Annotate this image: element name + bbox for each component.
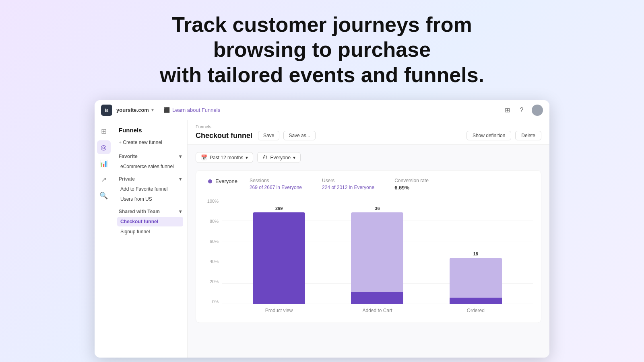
- chart-container: Everyone Sessions 269 of 2667 in Everyon…: [196, 170, 541, 323]
- chevron-down-icon: ▾: [151, 107, 154, 113]
- delete-button[interactable]: Delete: [515, 131, 541, 140]
- users-value: 224 of 2012 in Everyone: [322, 185, 374, 190]
- external-link-icon: ⬛: [163, 107, 170, 113]
- bar-cart: [351, 212, 403, 304]
- top-bar-right: ⊞ ?: [503, 105, 543, 116]
- top-bar: ls yoursite.com ▾ ⬛ Learn about Funnels …: [95, 100, 549, 120]
- bar-ordered: [450, 258, 502, 304]
- bar-group-ordered: 18: [450, 251, 502, 304]
- save-as-button[interactable]: Save as...: [283, 131, 315, 140]
- chevron-down-icon: ▾: [293, 155, 295, 160]
- segment-label: Everyone: [215, 178, 237, 184]
- bar-cart-light: [351, 212, 403, 292]
- breadcrumb: Funnels: [196, 124, 541, 129]
- y-label-20: 20%: [210, 279, 219, 284]
- app-logo: ls: [101, 105, 112, 116]
- bar-top-label-ordered: 18: [473, 251, 478, 256]
- sidebar-item-checkout[interactable]: Checkout funnel: [117, 217, 183, 226]
- stats-row: Everyone Sessions 269 of 2667 in Everyon…: [204, 178, 533, 191]
- chevron-down-icon: ▾: [179, 154, 182, 159]
- users-stat: Users 224 of 2012 in Everyone: [322, 178, 374, 190]
- bar-product: [253, 212, 305, 304]
- nav-icon-target[interactable]: ◎: [97, 140, 111, 154]
- nav-icon-search[interactable]: 🔍: [97, 189, 111, 202]
- sidebar-section-favorite[interactable]: Favorite ▾: [117, 152, 183, 161]
- conversion-stat: Conversion rate 6.69%: [394, 178, 429, 191]
- chart-area: 📅 Past 12 months ▾ ⏱ Everyone ▾: [188, 145, 549, 358]
- chart-filters: 📅 Past 12 months ▾ ⏱ Everyone ▾: [196, 152, 541, 163]
- sidebar: Funnels + Create new funnel Favorite ▾ e…: [113, 120, 188, 358]
- bar-ordered-light: [450, 258, 502, 298]
- help-icon[interactable]: ?: [517, 106, 526, 115]
- avatar[interactable]: [532, 105, 543, 116]
- calendar-icon: 📅: [201, 154, 207, 160]
- sessions-label: Sessions: [250, 178, 302, 183]
- segment-filter[interactable]: ⏱ Everyone ▾: [257, 152, 301, 163]
- create-funnel-button[interactable]: + Create new funnel: [117, 138, 164, 147]
- bar-top-label-cart: 36: [375, 206, 380, 211]
- bars-chart: 100% 80% 60% 40% 20% 0%: [204, 199, 533, 315]
- nav-icon-grid[interactable]: ⊞: [97, 124, 111, 138]
- sessions-value: 269 of 2667 in Everyone: [250, 185, 302, 190]
- save-button[interactable]: Save: [258, 131, 279, 140]
- bar-group-product: 269: [253, 206, 305, 304]
- sidebar-item-ecommerce[interactable]: eCommerce sales funnel: [117, 162, 183, 171]
- bar-group-cart: 36: [351, 206, 403, 304]
- content-header: Funnels Checkout funnel Save Save as... …: [188, 120, 549, 145]
- x-label-cart: Added to Cart: [351, 308, 403, 313]
- main-layout: ⊞ ◎ 📊 ↗ 🔍 Funnels + Create new funnel Fa…: [95, 120, 549, 358]
- date-range-filter[interactable]: 📅 Past 12 months ▾: [196, 152, 253, 163]
- conversion-value: 6.69%: [394, 185, 429, 191]
- app-window: ls yoursite.com ▾ ⬛ Learn about Funnels …: [95, 100, 549, 358]
- nav-icon-chart[interactable]: 📊: [97, 156, 111, 170]
- chevron-down-icon: ▾: [246, 155, 248, 160]
- x-label-ordered: Ordered: [450, 308, 502, 313]
- sidebar-item-users-us[interactable]: Users from US: [117, 194, 183, 204]
- icon-nav: ⊞ ◎ 📊 ↗ 🔍: [95, 120, 113, 358]
- sidebar-section-private[interactable]: Private ▾: [117, 175, 183, 183]
- sidebar-title: Funnels: [117, 127, 183, 134]
- y-axis: 100% 80% 60% 40% 20% 0%: [204, 199, 222, 304]
- bar-top-label-product: 269: [275, 206, 283, 211]
- chevron-down-icon: ▾: [179, 209, 182, 214]
- funnel-title: Checkout funnel: [196, 132, 252, 140]
- users-label: Users: [322, 178, 374, 183]
- sessions-stat: Sessions 269 of 2667 in Everyone: [250, 178, 302, 190]
- x-label-product: Product view: [253, 308, 305, 313]
- sidebar-item-favorite-funnel[interactable]: Add to Favorite funnel: [117, 184, 183, 194]
- bar-cart-dark: [351, 292, 403, 304]
- sidebar-section-shared[interactable]: Shared with Team ▾: [117, 207, 183, 216]
- bars-area: 269 36: [222, 199, 533, 304]
- funnel-title-row: Checkout funnel Save Save as... Show def…: [196, 131, 541, 140]
- y-label-100: 100%: [207, 199, 219, 204]
- chevron-down-icon: ▾: [179, 176, 182, 182]
- x-axis: Product view Added to Cart Ordered: [222, 306, 533, 315]
- site-name: yoursite.com: [116, 107, 149, 113]
- hero-title: Track customer journeys from browsing to…: [149, 12, 495, 87]
- y-label-40: 40%: [210, 259, 219, 264]
- learn-link[interactable]: ⬛ Learn about Funnels: [163, 107, 220, 113]
- sidebar-item-signup[interactable]: Signup funnel: [117, 227, 183, 237]
- segment-icon: ⏱: [262, 154, 268, 160]
- segment-dot: [208, 179, 212, 183]
- content-area: Funnels Checkout funnel Save Save as... …: [188, 120, 549, 358]
- y-label-80: 80%: [210, 219, 219, 224]
- nav-icon-trend[interactable]: ↗: [97, 173, 111, 186]
- y-label-60: 60%: [210, 239, 219, 244]
- y-label-0: 0%: [212, 299, 219, 304]
- grid-icon[interactable]: ⊞: [503, 106, 512, 115]
- conversion-label: Conversion rate: [394, 178, 429, 183]
- site-selector[interactable]: yoursite.com ▾: [116, 107, 154, 113]
- bar-ordered-dark: [450, 298, 502, 304]
- show-definition-button[interactable]: Show definition: [466, 131, 511, 140]
